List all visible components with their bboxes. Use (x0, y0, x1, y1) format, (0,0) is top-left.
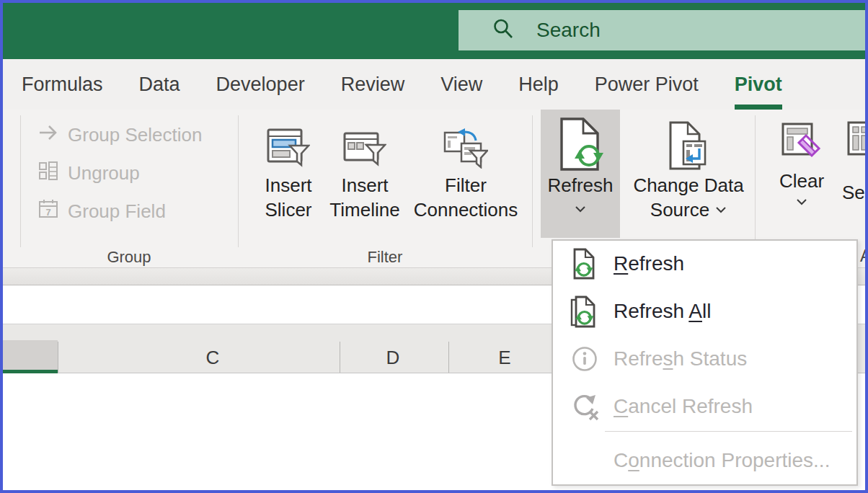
search-box[interactable]: Search (459, 10, 865, 50)
column-header-e[interactable]: E (476, 347, 533, 369)
cancel-refresh-icon (569, 390, 601, 423)
menu-item-refresh-status: Refresh Status (553, 337, 856, 381)
refresh-status-icon (569, 342, 601, 376)
select-icon (847, 121, 865, 156)
chevron-down-icon (715, 206, 727, 213)
refresh-icon (556, 117, 605, 172)
group-field-icon: 7 (37, 198, 59, 225)
refresh-dropdown-menu: Refresh Refresh All (552, 239, 858, 486)
chevron-down-icon (796, 198, 807, 205)
column-divider (340, 342, 340, 373)
group-selection-button: Group Selection (37, 121, 202, 148)
menu-item-cancel-refresh: Cancel Refresh (553, 384, 856, 429)
clear-button[interactable]: Clear (761, 110, 842, 238)
menu-separator (605, 431, 852, 432)
svg-text:7: 7 (45, 207, 50, 218)
change-data-source-icon (668, 121, 709, 172)
screenshot-frame: Search Formulas Data Developer Review Vi… (0, 0, 868, 493)
tab-review[interactable]: Review (341, 59, 405, 110)
ungroup-button: Ungroup (37, 159, 140, 187)
clear-eraser-icon (781, 123, 822, 164)
refresh-button-label: Refresh (547, 174, 613, 197)
actions-section-label-partial: A (860, 246, 865, 266)
ribbon-tab-strip: Formulas Data Developer Review View Help… (3, 59, 865, 110)
insert-slicer-icon (267, 128, 310, 169)
clear-button-label: Clear (779, 170, 824, 192)
group-section-label: Group (20, 248, 238, 267)
insert-timeline-icon (343, 128, 386, 169)
excel-window: Search Formulas Data Developer Review Vi… (3, 3, 865, 490)
refresh-all-icon (569, 295, 601, 328)
group-selection-icon (37, 122, 59, 148)
refresh-icon (569, 247, 601, 280)
column-divider (58, 342, 58, 373)
ungroup-icon (37, 160, 59, 187)
tab-help[interactable]: Help (518, 59, 559, 110)
filter-connections-icon (443, 128, 488, 169)
group-divider (20, 115, 21, 247)
tab-formulas[interactable]: Formulas (22, 59, 103, 110)
column-divider (448, 342, 449, 373)
tab-pivottable-analyze[interactable]: Pivot (735, 59, 782, 110)
tab-power-pivot[interactable]: Power Pivot (595, 59, 699, 110)
refresh-button[interactable]: Refresh (541, 110, 620, 238)
column-header-d[interactable]: D (364, 347, 422, 369)
search-placeholder: Search (536, 19, 601, 42)
title-bar: Search (3, 3, 865, 59)
filter-section-label: Filter (238, 248, 532, 267)
tab-data[interactable]: Data (139, 59, 180, 110)
search-icon (492, 17, 515, 43)
column-header-c[interactable]: C (184, 347, 242, 369)
menu-item-refresh[interactable]: Refresh (553, 241, 856, 286)
tab-developer[interactable]: Developer (216, 59, 305, 110)
selected-column-header[interactable] (3, 340, 58, 373)
group-divider (532, 115, 533, 247)
select-button[interactable] (847, 121, 865, 159)
change-data-source-button[interactable]: Change Data Source (621, 110, 756, 238)
tab-view[interactable]: View (440, 59, 482, 110)
group-field-button: 7 Group Field (37, 197, 166, 225)
chevron-down-icon (575, 205, 586, 213)
select-button-label: Se (842, 182, 865, 204)
filter-connections-button[interactable]: Filter Connections (401, 128, 531, 222)
menu-item-refresh-all[interactable]: Refresh All (553, 289, 856, 334)
menu-item-connection-properties: Connection Properties... (553, 438, 856, 483)
